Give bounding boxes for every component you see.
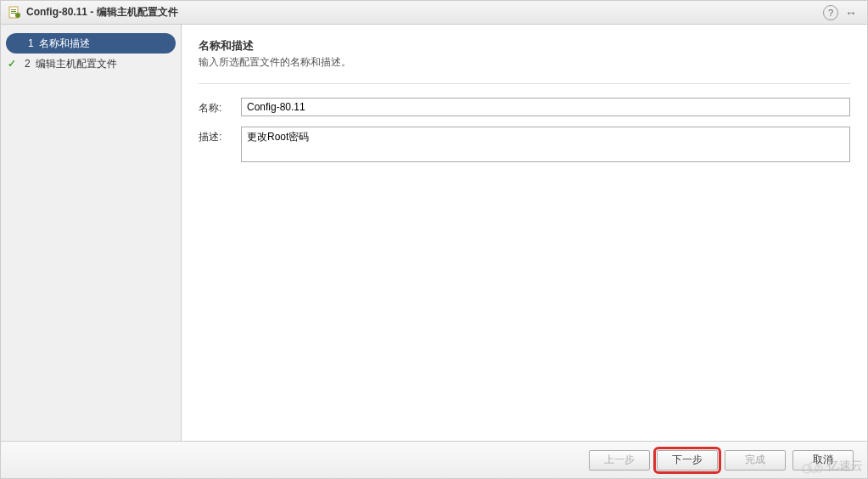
wizard-step-1[interactable]: ✓ 1 名称和描述 (6, 33, 176, 54)
svg-rect-3 (11, 13, 16, 14)
wizard-content: 名称和描述 输入所选配置文件的名称和描述。 名称: 描述: (182, 25, 867, 441)
step-label: 名称和描述 (39, 37, 90, 51)
svg-rect-1 (11, 9, 16, 10)
titlebar-controls: ? ↔ (823, 5, 860, 20)
step-label: 编辑主机配置文件 (36, 57, 117, 71)
check-icon: ✓ (8, 58, 20, 70)
wizard-sidebar: ✓ 1 名称和描述 ✓ 2 编辑主机配置文件 (1, 25, 182, 441)
help-icon[interactable]: ? (823, 5, 838, 20)
wizard-step-2[interactable]: ✓ 2 编辑主机配置文件 (1, 54, 181, 74)
name-label: 名称: (199, 98, 241, 116)
titlebar: Config-80.11 - 编辑主机配置文件 ? ↔ (1, 1, 867, 25)
divider (199, 83, 850, 84)
dialog-body: ✓ 1 名称和描述 ✓ 2 编辑主机配置文件 名称和描述 输入所选配置文件的名称… (1, 25, 867, 441)
config-file-icon (8, 6, 21, 20)
form-row-description: 描述: (199, 127, 850, 162)
finish-button[interactable]: 完成 (725, 450, 786, 471)
svg-point-4 (15, 13, 20, 18)
description-label: 描述: (199, 127, 241, 144)
check-icon: ✓ (11, 37, 23, 49)
expand-icon[interactable]: ↔ (842, 6, 860, 20)
dialog-footer: 上一步 下一步 完成 取消 (1, 441, 867, 478)
next-button[interactable]: 下一步 (657, 450, 718, 471)
step-number: 1 (28, 37, 34, 49)
svg-rect-2 (11, 11, 16, 12)
cancel-button[interactable]: 取消 (792, 450, 854, 471)
name-input[interactable] (241, 98, 850, 116)
form-row-name: 名称: (199, 98, 850, 116)
content-subtitle: 输入所选配置文件的名称和描述。 (199, 55, 850, 70)
back-button[interactable]: 上一步 (589, 450, 650, 471)
window-title: Config-80.11 - 编辑主机配置文件 (26, 5, 823, 20)
wizard-dialog: Config-80.11 - 编辑主机配置文件 ? ↔ ✓ 1 名称和描述 ✓ … (0, 0, 868, 479)
description-textarea[interactable] (241, 127, 850, 162)
content-title: 名称和描述 (199, 38, 850, 54)
step-number: 2 (25, 58, 31, 70)
